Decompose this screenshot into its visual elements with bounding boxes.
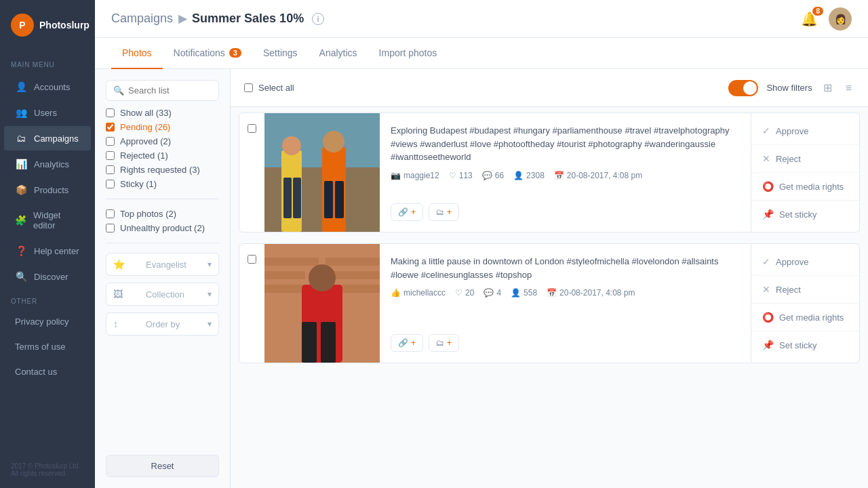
tab-settings[interactable]: Settings <box>252 38 309 69</box>
filter-rejected-checkbox[interactable] <box>106 151 115 160</box>
card-2-actions: 🔗 + 🗂 + <box>391 334 740 352</box>
svg-rect-21 <box>321 322 336 363</box>
filter-sticky[interactable]: Sticky (1) <box>106 179 219 189</box>
search-input[interactable] <box>128 85 212 96</box>
card-1-approve-button[interactable]: ✓ Approve <box>751 117 859 145</box>
sidebar-item-privacy[interactable]: Privacy policy <box>4 310 91 333</box>
card-2-link-button[interactable]: 🔗 + <box>391 334 423 352</box>
filter-sticky-checkbox[interactable] <box>106 180 115 188</box>
media-rights-label-1: Get media rights <box>779 182 844 192</box>
sidebar-item-analytics[interactable]: 📊 Analytics <box>4 152 91 176</box>
plus-icon-2: + <box>447 207 452 217</box>
show-filters-toggle[interactable] <box>728 80 758 96</box>
main-menu-label: MAIN MENU <box>0 50 95 74</box>
tab-notifications[interactable]: Notifications 3 <box>163 38 252 69</box>
card-1-media-rights-button[interactable]: ⭕ Get media rights <box>751 173 859 201</box>
evangelist-label: Evangelist <box>146 260 186 270</box>
filter-top-photos[interactable]: Top photos (2) <box>106 209 219 219</box>
card-2-body: Making a little pause in downtown of Lon… <box>380 244 751 363</box>
chevron-down-icon-3: ▾ <box>208 319 212 329</box>
order-by-select[interactable]: ↕ Order by ▾ <box>106 312 219 336</box>
approve-label-2: Approve <box>776 257 808 267</box>
card-1-sticky-button[interactable]: 📌 Set sticky <box>751 201 859 228</box>
notification-button[interactable]: 🔔 8 <box>801 11 818 27</box>
collection-select[interactable]: 🖼 Collection ▾ <box>106 283 219 306</box>
filter-show-all[interactable]: Show all (33) <box>106 108 219 118</box>
avatar[interactable]: 👩 <box>829 7 852 30</box>
sidebar-item-contact[interactable]: Contact us <box>4 360 91 384</box>
filter-panel: 🔍 Show all (33) Pending (26) Approved (2… <box>95 69 231 488</box>
card-1-followers: 👤 2308 <box>513 171 545 180</box>
card-2-media-rights-button[interactable]: ⭕ Get media rights <box>751 304 859 331</box>
breadcrumb-current: Summer Sales 10% <box>192 12 304 26</box>
grid-view-button[interactable]: ⊞ <box>821 79 835 97</box>
filter-show-all-checkbox[interactable] <box>106 108 115 117</box>
card-2-sticky-button[interactable]: 📌 Set sticky <box>751 331 859 359</box>
sidebar-item-campaigns[interactable]: 🗂 Campaigns <box>4 126 91 150</box>
photo-1-image <box>264 113 380 232</box>
card-2-date: 📅 20-08-2017, 4:08 pm <box>547 288 635 298</box>
card-2-folder-button[interactable]: 🗂 + <box>429 334 459 352</box>
sidebar-item-widget-editor[interactable]: 🧩 Widget editor <box>4 203 91 237</box>
discover-icon: 🔍 <box>15 271 27 282</box>
followers-icon-1: 👤 <box>513 171 524 180</box>
sticky-label-1: Set sticky <box>779 209 817 220</box>
card-1-link-button[interactable]: 🔗 + <box>391 203 423 221</box>
calendar-icon-1: 📅 <box>554 171 564 180</box>
card-1-date: 📅 20-08-2017, 4:08 pm <box>554 171 642 180</box>
filter-divider-2 <box>106 243 219 243</box>
help-center-icon: ❓ <box>15 245 27 256</box>
card-2-checkbox[interactable] <box>248 255 256 264</box>
users-icon: 👥 <box>15 107 27 118</box>
svg-point-3 <box>282 136 301 155</box>
products-icon: 📦 <box>15 184 27 195</box>
filter-unhealthy[interactable]: Unhealthy product (2) <box>106 223 219 233</box>
sidebar-item-products[interactable]: 📦 Products <box>4 178 91 202</box>
filter-rights-requested-checkbox[interactable] <box>106 165 115 174</box>
reject-label-1: Reject <box>776 154 801 164</box>
filter-rejected[interactable]: Rejected (1) <box>106 150 219 161</box>
reject-x-icon-2: ✕ <box>762 284 770 295</box>
logo-text: Photoslurp <box>39 20 90 30</box>
sidebar-item-help-center[interactable]: ❓ Help center <box>4 239 91 263</box>
tab-photos[interactable]: Photos <box>111 38 163 69</box>
card-1-reject-button[interactable]: ✕ Reject <box>751 145 859 173</box>
filter-approved-checkbox[interactable] <box>106 137 115 146</box>
comment-icon-1: 💬 <box>482 171 492 180</box>
card-2-approve-button[interactable]: ✓ Approve <box>751 248 859 276</box>
card-2-reject-button[interactable]: ✕ Reject <box>751 276 859 304</box>
select-all-checkbox[interactable] <box>244 83 253 92</box>
campaigns-icon: 🗂 <box>15 133 27 144</box>
filter-pending-checkbox[interactable] <box>106 123 115 131</box>
sidebar-item-discover-label: Discover <box>34 272 68 282</box>
folder-icon-2: 🗂 <box>436 338 444 348</box>
filter-unhealthy-checkbox[interactable] <box>106 224 115 232</box>
evangelist-select[interactable]: ⭐ Evangelist ▾ <box>106 253 219 276</box>
filter-pending[interactable]: Pending (26) <box>106 122 219 132</box>
list-view-button[interactable]: ≡ <box>843 79 854 97</box>
media-rights-label-2: Get media rights <box>779 312 844 323</box>
account-icon: 👤 <box>15 81 27 92</box>
calendar-icon-2: 📅 <box>547 288 557 298</box>
search-box[interactable]: 🔍 <box>106 80 219 101</box>
info-button[interactable]: i <box>312 13 324 25</box>
card-1-checkbox-wrap <box>239 113 264 232</box>
card-1-folder-button[interactable]: 🗂 + <box>429 203 459 221</box>
link-icon-2: 🔗 <box>398 338 408 348</box>
logo[interactable]: P Photoslurp <box>0 0 95 50</box>
sidebar-item-users[interactable]: 👥 Users <box>4 100 91 125</box>
sidebar-item-discover[interactable]: 🔍 Discover <box>4 264 91 289</box>
sidebar-item-terms[interactable]: Terms of use <box>4 335 91 359</box>
tab-import-photos[interactable]: Import photos <box>368 38 448 69</box>
filter-top-photos-checkbox[interactable] <box>106 209 115 218</box>
tab-analytics[interactable]: Analytics <box>309 38 368 69</box>
filter-rights-requested[interactable]: Rights requested (3) <box>106 165 219 175</box>
card-1-checkbox[interactable] <box>248 124 256 133</box>
reset-button[interactable]: Reset <box>106 455 219 477</box>
sidebar: P Photoslurp MAIN MENU 👤 Accounts 👥 User… <box>0 0 95 488</box>
media-rights-icon-1: ⭕ <box>762 181 774 192</box>
sidebar-item-accounts[interactable]: 👤 Accounts <box>4 75 91 99</box>
footer-line2: All rights reserved. <box>11 470 84 477</box>
folder-icon-1: 🗂 <box>436 207 444 217</box>
filter-approved[interactable]: Approved (2) <box>106 136 219 146</box>
